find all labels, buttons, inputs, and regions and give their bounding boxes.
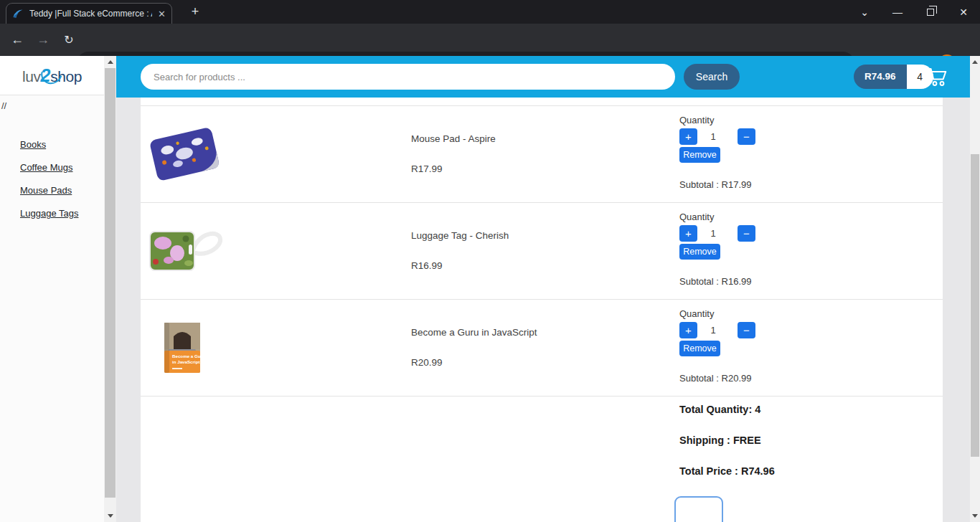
browser-tab[interactable]: Teddy |Full Stack eCommerce : A ✕ [6,3,172,24]
quantity-value: 1 [697,325,729,336]
restore-icon [927,9,934,16]
scroll-down-icon[interactable] [104,510,116,522]
product-info-cell: Mouse Pad - Aspire R17.99 [411,106,679,202]
scroll-down-icon[interactable] [970,510,980,522]
quantity-cell: Quantity + 1 − Remove Subtotal : R16.99 [679,203,943,299]
quantity-label: Quantity [679,212,943,222]
quantity-value: 1 [697,228,729,239]
quantity-value: 1 [697,131,729,142]
tab-title: Teddy |Full Stack eCommerce : A [29,9,152,19]
tab-strip: Teddy |Full Stack eCommerce : A ✕ + ⌄ — … [0,0,980,24]
page-content: Mouse Pad - Aspire R17.99 Quantity + 1 −… [116,98,970,522]
logo-card[interactable]: luv2shop [0,56,104,95]
remove-button[interactable]: Remove [679,147,720,163]
book-product-image: Become a Guru in JavaScript [164,322,201,374]
sidebar: luv2shop // Books Coffee Mugs Mouse Pads… [0,56,104,522]
product-image-cell [141,106,411,202]
scrollbar-thumb[interactable] [105,68,116,498]
quantity-label: Quantity [679,115,943,125]
cart-item-row: Become a Guru in JavaScript Become a Gur… [141,300,943,397]
decrement-button[interactable]: − [738,322,755,338]
scroll-up-icon[interactable] [104,56,116,68]
increment-button[interactable]: + [679,322,697,338]
luggage-tag-product-image [147,226,226,276]
decrement-button[interactable]: − [738,128,755,145]
product-price: R16.99 [411,260,679,271]
remove-button[interactable]: Remove [679,341,720,356]
item-subtotal: Subtotal : R17.99 [679,179,943,190]
mouse-pad-product-image [147,125,222,184]
total-price: Total Price : R74.96 [679,465,943,477]
window-close-button[interactable]: ✕ [947,0,980,24]
sidebar-item-books[interactable]: Books [20,139,46,150]
browser-chrome: Teddy |Full Stack eCommerce : A ✕ + ⌄ — … [0,0,980,56]
site-header: Search R74.96 4 [116,56,970,98]
tab-search-chevron-icon[interactable]: ⌄ [848,0,881,24]
menu-item: Coffee Mugs [20,161,104,174]
svg-text:in JavaScript: in JavaScript [172,359,200,364]
quantity-cell: Quantity + 1 − Remove Subtotal : R20.99 [679,300,943,396]
page-scrollbar[interactable] [970,56,980,522]
product-name: Become a Guru in JavaScript [411,327,679,338]
item-subtotal: Subtotal : R16.99 [679,276,943,287]
search-button[interactable]: Search [684,64,740,90]
search-input[interactable] [141,64,675,90]
category-menu: Books Coffee Mugs Mouse Pads Luggage Tag… [20,138,104,219]
browser-toolbar: ← → ↻ i localhost:4200/cart-details ☆ [0,24,980,56]
forward-button[interactable]: → [33,29,53,49]
cart-item-row: Luggage Tag - Cherish R16.99 Quantity + … [141,203,943,300]
back-button[interactable]: ← [7,29,27,49]
product-image-cell: Become a Guru in JavaScript [141,300,411,396]
shipping-info: Shipping : FREE [679,435,943,446]
window-minimize-button[interactable]: — [881,0,914,24]
window-restore-button[interactable] [914,0,947,24]
cart-details-card: Mouse Pad - Aspire R17.99 Quantity + 1 −… [141,98,943,522]
product-price: R17.99 [411,163,679,174]
shopping-cart-icon[interactable] [927,67,948,87]
scroll-up-icon[interactable] [970,56,980,68]
product-price: R20.99 [411,357,679,368]
checkout-button-partial[interactable] [674,496,723,522]
scrollbar-thumb[interactable] [971,154,979,457]
reload-button[interactable]: ↻ [59,29,79,49]
product-name: Luggage Tag - Cherish [411,230,679,241]
product-info-cell: Become a Guru in JavaScript R20.99 [411,300,679,396]
increment-button[interactable]: + [679,225,697,242]
cart-totals: Total Quantity: 4 Shipping : FREE Total … [141,397,943,477]
product-image-cell [141,203,411,299]
menu-item: Books [20,138,104,151]
menu-item: Luggage Tags [20,207,104,219]
new-tab-button[interactable]: + [187,4,204,20]
sidebar-item-luggage-tags[interactable]: Luggage Tags [20,208,78,219]
sidebar-item-mouse-pads[interactable]: Mouse Pads [20,185,72,196]
sidebar-item-coffee-mugs[interactable]: Coffee Mugs [20,162,72,173]
remove-button[interactable]: Remove [679,244,720,260]
menu-item: Mouse Pads [20,184,104,196]
tab-close-icon[interactable]: ✕ [158,9,166,19]
svg-text:Become a Guru: Become a Guru [172,353,201,359]
favicon-angular-icon [12,8,24,19]
luv2shop-logo: luv2shop [22,65,82,86]
decrement-button[interactable]: − [738,225,755,242]
inner-scrollbar[interactable] [104,56,116,522]
item-subtotal: Subtotal : R20.99 [679,373,943,384]
cart-total-price: R74.96 [854,65,907,89]
product-info-cell: Luggage Tag - Cherish R16.99 [411,203,679,299]
cart-status-badge[interactable]: R74.96 4 [854,65,933,89]
increment-button[interactable]: + [679,128,697,145]
quantity-label: Quantity [679,308,943,319]
total-quantity: Total Quantity: 4 [679,404,943,415]
sidebar-comment-text: // [1,100,104,111]
quantity-cell: Quantity + 1 − Remove Subtotal : R17.99 [679,106,943,202]
product-name: Mouse Pad - Aspire [411,133,679,144]
cutoff-row [141,98,943,106]
cart-item-row: Mouse Pad - Aspire R17.99 Quantity + 1 −… [141,106,943,203]
